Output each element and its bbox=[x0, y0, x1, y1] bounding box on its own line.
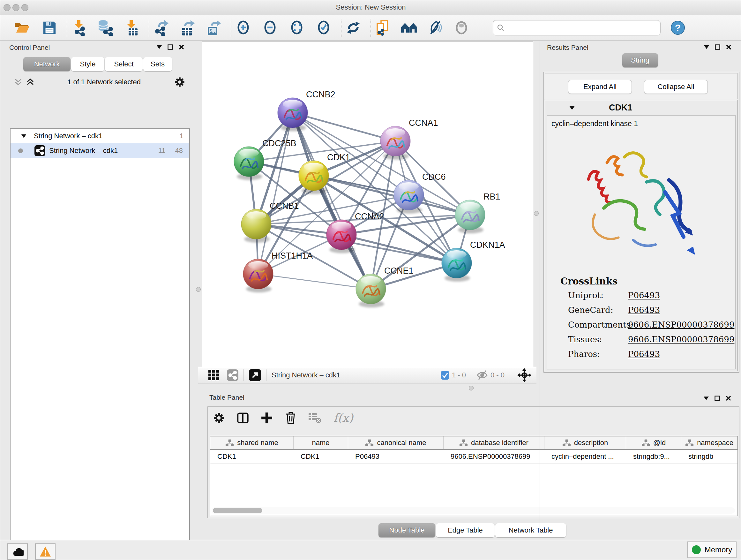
network-edge[interactable] bbox=[258, 274, 371, 289]
tab-edge-table[interactable]: Edge Table bbox=[436, 523, 495, 537]
network-collection-label: String Network – cdk1 bbox=[34, 132, 180, 140]
crosslink-label: Tissues: bbox=[568, 334, 602, 344]
function-builder-icon: f(x) bbox=[333, 411, 353, 424]
save-session-icon[interactable] bbox=[41, 19, 58, 37]
apply-layout-icon[interactable] bbox=[344, 19, 362, 37]
table-cell[interactable]: 9606.ENSP00000378699 bbox=[444, 450, 544, 463]
network-row[interactable]: String Network – cdk1 11 48 bbox=[10, 143, 189, 158]
scrollbar-thumb[interactable] bbox=[213, 508, 262, 513]
network-share-icon[interactable] bbox=[227, 369, 239, 381]
network-options-gear-icon[interactable] bbox=[174, 76, 185, 88]
hide-selected-icon[interactable] bbox=[426, 19, 444, 37]
network-node[interactable] bbox=[381, 126, 410, 160]
window-zoom-icon[interactable] bbox=[21, 4, 28, 11]
network-node[interactable] bbox=[442, 248, 472, 282]
panel-close-icon[interactable] bbox=[179, 44, 184, 50]
column-header[interactable]: database identifier bbox=[444, 436, 544, 449]
protein-collapse-icon[interactable] bbox=[569, 106, 575, 110]
crosslink-uniprot-link[interactable]: P06493 bbox=[628, 291, 660, 300]
right-splitter-handle[interactable] bbox=[534, 211, 539, 216]
first-neighbors-icon[interactable] bbox=[400, 19, 418, 37]
import-table-file-icon[interactable] bbox=[123, 19, 140, 37]
export-network-icon[interactable] bbox=[152, 19, 170, 37]
tab-select[interactable]: Select bbox=[105, 57, 143, 71]
table-options-gear-icon[interactable] bbox=[213, 412, 225, 424]
network-edge[interactable] bbox=[293, 113, 371, 289]
zoom-selected-icon[interactable] bbox=[315, 19, 333, 37]
results-panel-menu-icon[interactable] bbox=[704, 45, 709, 49]
tree-expand-icon[interactable] bbox=[21, 134, 26, 138]
application-window: Session: New Session bbox=[0, 0, 741, 560]
delete-column-icon[interactable] bbox=[285, 412, 296, 424]
bottom-splitter-handle[interactable] bbox=[469, 386, 474, 390]
detach-view-icon[interactable] bbox=[249, 369, 261, 381]
search-input[interactable] bbox=[507, 23, 657, 32]
node-label: CDC25B bbox=[262, 138, 296, 148]
window-close-icon[interactable] bbox=[3, 4, 10, 11]
network-node[interactable] bbox=[278, 98, 308, 131]
birds-eye-view-icon[interactable] bbox=[517, 368, 531, 382]
zoom-in-icon[interactable] bbox=[234, 19, 252, 37]
cloud-status-button[interactable] bbox=[7, 543, 28, 560]
zoom-fit-icon[interactable] bbox=[288, 19, 306, 37]
left-splitter-handle[interactable] bbox=[196, 287, 201, 292]
selected-count-icon[interactable] bbox=[441, 371, 449, 380]
column-header[interactable]: canonical name bbox=[348, 436, 444, 449]
network-node[interactable] bbox=[455, 200, 485, 233]
column-header[interactable]: shared name bbox=[210, 436, 293, 449]
table-cell[interactable]: P06493 bbox=[348, 450, 444, 463]
expand-all-button[interactable]: Expand All bbox=[568, 80, 632, 94]
expand-all-icon[interactable] bbox=[26, 78, 34, 85]
show-all-icon[interactable] bbox=[453, 19, 470, 37]
help-icon[interactable]: ? bbox=[669, 19, 687, 37]
table-cell[interactable]: CDK1 bbox=[293, 450, 348, 463]
network-collection-row[interactable]: String Network – cdk1 1 bbox=[10, 129, 189, 143]
crosslink-pharos-link[interactable]: P06493 bbox=[628, 349, 660, 359]
new-network-from-selection-icon[interactable] bbox=[374, 19, 392, 37]
node-label: CCNA2 bbox=[355, 212, 384, 221]
create-column-icon[interactable] bbox=[261, 412, 273, 424]
grid-view-icon[interactable] bbox=[208, 370, 219, 381]
network-edge[interactable] bbox=[258, 113, 293, 274]
import-network-database-icon[interactable] bbox=[96, 19, 114, 37]
network-node[interactable] bbox=[234, 146, 264, 180]
import-network-file-icon[interactable] bbox=[70, 19, 88, 37]
tab-style[interactable]: Style bbox=[71, 57, 105, 71]
export-table-icon[interactable] bbox=[179, 19, 196, 37]
crosslink-compartments-link[interactable]: 9606.ENSP00000378699 bbox=[628, 320, 734, 329]
tab-sets[interactable]: Sets bbox=[143, 57, 172, 71]
panel-menu-icon[interactable] bbox=[157, 45, 162, 49]
tab-network[interactable]: Network bbox=[23, 57, 71, 71]
warning-status-button[interactable] bbox=[35, 543, 56, 560]
results-panel-float-icon[interactable] bbox=[715, 44, 720, 50]
crosslink-genecard-link[interactable]: P06493 bbox=[628, 305, 660, 315]
show-columns-icon[interactable] bbox=[237, 412, 249, 424]
zoom-out-icon[interactable] bbox=[261, 19, 279, 37]
open-session-icon[interactable] bbox=[13, 19, 31, 37]
crosslink-tissues-link[interactable]: 9606.ENSP00000378699 bbox=[628, 334, 734, 344]
collapse-all-button[interactable]: Collapse All bbox=[644, 80, 708, 94]
memory-button[interactable]: Memory bbox=[687, 542, 737, 558]
network-node[interactable] bbox=[241, 209, 271, 243]
crosslink-label: Pharos: bbox=[568, 349, 600, 359]
network-canvas[interactable]: CCNB2CCNA1CDC25BCDK1CDC6RB1CCNB1CCNA2CDK… bbox=[202, 41, 533, 368]
panel-float-icon[interactable] bbox=[167, 44, 173, 50]
collapse-all-icon[interactable] bbox=[14, 78, 22, 85]
network-node[interactable] bbox=[243, 259, 273, 293]
results-panel-close-icon[interactable] bbox=[726, 44, 731, 50]
table-cell[interactable]: CDK1 bbox=[210, 450, 293, 463]
search-field[interactable] bbox=[493, 20, 661, 36]
column-header[interactable]: name bbox=[293, 436, 348, 449]
hidden-counts: 0 - 0 bbox=[490, 371, 504, 379]
column-type-icon bbox=[225, 439, 234, 447]
network-node[interactable] bbox=[299, 161, 329, 194]
tab-node-table[interactable]: Node Table bbox=[379, 523, 435, 537]
window-minimize-icon[interactable] bbox=[12, 4, 19, 11]
network-node[interactable] bbox=[394, 180, 424, 213]
network-node[interactable] bbox=[327, 220, 356, 253]
network-node[interactable] bbox=[356, 274, 386, 307]
tab-string-results[interactable]: String bbox=[622, 53, 658, 67]
export-image-icon[interactable] bbox=[205, 19, 222, 37]
node-label: CDKN1A bbox=[470, 240, 505, 250]
collection-count: 1 bbox=[180, 132, 184, 140]
